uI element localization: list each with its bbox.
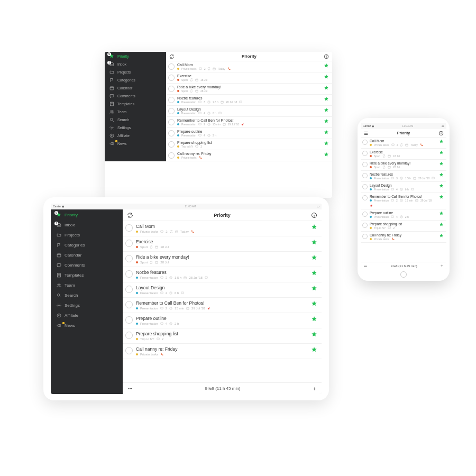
- task-row[interactable]: Prepare outlinePresentation42 h: [361, 209, 446, 221]
- sidebar-item-news[interactable]: News: [105, 140, 166, 148]
- task-row[interactable]: Nozbe featuresPresentation31.5 h28 Jul '…: [361, 171, 446, 182]
- task-checkbox[interactable]: [362, 151, 368, 156]
- task-checkbox[interactable]: [125, 286, 133, 293]
- sidebar-item-priority[interactable]: 9Priority: [105, 52, 166, 60]
- task-row[interactable]: Remember to Call Ben for Photos!Presenta…: [166, 117, 332, 128]
- priority-star-icon[interactable]: [311, 270, 317, 276]
- priority-star-icon[interactable]: [439, 222, 444, 227]
- task-checkbox[interactable]: [362, 223, 368, 228]
- refresh-icon[interactable]: [169, 54, 175, 59]
- sidebar-item-comments[interactable]: Comments: [51, 260, 123, 270]
- task-row[interactable]: Ride a bike every monday!Sport28 Jul: [361, 160, 446, 171]
- task-checkbox[interactable]: [168, 86, 175, 92]
- priority-star-icon[interactable]: [324, 74, 329, 79]
- task-row[interactable]: Call MomPrivate tasks2Today: [361, 138, 446, 149]
- info-icon[interactable]: [311, 212, 317, 218]
- task-row[interactable]: Layout DesignPresentation46 h: [361, 182, 446, 193]
- task-row[interactable]: Call nanny re: FridayPrivate tasks: [361, 232, 446, 243]
- priority-star-icon[interactable]: [324, 63, 329, 68]
- sidebar-item-priority[interactable]: 9Priority: [51, 209, 123, 220]
- task-checkbox[interactable]: [168, 75, 175, 81]
- sidebar-item-team[interactable]: Team: [51, 280, 123, 290]
- info-icon[interactable]: [438, 131, 444, 136]
- sidebar-item-categories[interactable]: Categories: [105, 76, 166, 84]
- task-row[interactable]: Nozbe featuresPresentation31.5 h28 Jul '…: [166, 95, 332, 106]
- task-row[interactable]: Call nanny re: FridayPrivate tasks: [123, 344, 322, 359]
- task-row[interactable]: Call MomPrivate tasks2Today: [123, 221, 322, 236]
- task-row[interactable]: Prepare shopping listTrip to NY2: [166, 139, 332, 150]
- task-checkbox[interactable]: [125, 347, 133, 354]
- task-row[interactable]: Prepare shopping listTrip to NY2: [361, 221, 446, 232]
- priority-star-icon[interactable]: [439, 139, 444, 144]
- sidebar-item-affiliate[interactable]: Affiliate: [105, 132, 166, 140]
- sidebar-item-affiliate[interactable]: Affiliate: [51, 310, 123, 321]
- sidebar-item-categories[interactable]: Categories: [51, 240, 123, 250]
- task-checkbox[interactable]: [168, 97, 175, 103]
- task-row[interactable]: Ride a bike every monday!Sport28 Jul: [166, 84, 332, 95]
- task-checkbox[interactable]: [362, 184, 368, 189]
- sidebar-item-projects[interactable]: Projects: [105, 68, 166, 76]
- priority-star-icon[interactable]: [439, 172, 444, 177]
- task-checkbox[interactable]: [168, 108, 175, 114]
- sidebar-item-team[interactable]: Team: [105, 108, 166, 116]
- more-icon[interactable]: •••: [364, 264, 367, 268]
- task-checkbox[interactable]: [125, 270, 133, 278]
- task-checkbox[interactable]: [362, 173, 368, 178]
- task-row[interactable]: Call nanny re: FridayPrivate tasks: [166, 150, 332, 161]
- task-checkbox[interactable]: [168, 119, 175, 125]
- sidebar-item-search[interactable]: Search: [51, 290, 123, 300]
- sidebar-item-templates[interactable]: Templates: [105, 100, 166, 108]
- priority-star-icon[interactable]: [311, 316, 317, 322]
- add-task-button[interactable]: +: [441, 263, 443, 269]
- task-row[interactable]: Remember to Call Ben for Photos!Presenta…: [361, 193, 446, 209]
- task-checkbox[interactable]: [362, 195, 368, 200]
- sidebar-item-calendar[interactable]: Calendar: [105, 84, 166, 92]
- task-row[interactable]: Nozbe featuresPresentation31.5 h28 Jul '…: [123, 267, 322, 282]
- priority-star-icon[interactable]: [439, 233, 444, 238]
- priority-star-icon[interactable]: [324, 107, 329, 113]
- task-checkbox[interactable]: [168, 63, 175, 70]
- sidebar-item-calendar[interactable]: Calendar: [51, 250, 123, 260]
- sidebar-item-comments[interactable]: Comments: [105, 92, 166, 100]
- task-checkbox[interactable]: [362, 162, 368, 167]
- sidebar-item-search[interactable]: Search: [105, 116, 166, 124]
- priority-star-icon[interactable]: [439, 150, 444, 155]
- task-row[interactable]: ExerciseSport18 Jul: [166, 72, 332, 84]
- task-row[interactable]: Ride a bike every monday!Sport28 Jul: [123, 252, 322, 267]
- task-row[interactable]: ExerciseSport18 Jul: [123, 236, 322, 252]
- priority-star-icon[interactable]: [324, 85, 329, 90]
- priority-star-icon[interactable]: [439, 211, 444, 216]
- menu-icon[interactable]: [363, 131, 369, 136]
- priority-star-icon[interactable]: [311, 300, 317, 307]
- task-checkbox[interactable]: [362, 140, 368, 145]
- task-checkbox[interactable]: [362, 234, 368, 239]
- task-checkbox[interactable]: [125, 332, 133, 339]
- sidebar-item-inbox[interactable]: 1Inbox: [105, 60, 166, 68]
- priority-star-icon[interactable]: [324, 152, 329, 157]
- task-checkbox[interactable]: [168, 130, 175, 136]
- priority-star-icon[interactable]: [311, 224, 317, 230]
- task-row[interactable]: Layout DesignPresentation46 h: [123, 282, 322, 298]
- sidebar-item-settings[interactable]: Settings: [51, 300, 123, 310]
- task-row[interactable]: Prepare shopping listTrip to NY2: [123, 328, 322, 344]
- task-checkbox[interactable]: [125, 316, 133, 324]
- info-icon[interactable]: [324, 54, 329, 59]
- task-row[interactable]: Layout DesignPresentation46 h: [166, 106, 332, 117]
- task-row[interactable]: ExerciseSport18 Jul: [361, 149, 446, 160]
- priority-star-icon[interactable]: [439, 184, 444, 188]
- priority-star-icon[interactable]: [311, 346, 317, 353]
- priority-star-icon[interactable]: [311, 254, 317, 261]
- priority-star-icon[interactable]: [439, 195, 444, 199]
- task-checkbox[interactable]: [125, 240, 133, 247]
- priority-star-icon[interactable]: [311, 331, 317, 337]
- sidebar-item-projects[interactable]: Projects: [51, 230, 123, 240]
- task-checkbox[interactable]: [168, 152, 175, 159]
- task-row[interactable]: Call MomPrivate tasks2Today: [166, 61, 332, 72]
- priority-star-icon[interactable]: [311, 285, 317, 291]
- sidebar-item-settings[interactable]: Settings: [105, 124, 166, 132]
- priority-star-icon[interactable]: [324, 118, 329, 124]
- refresh-icon[interactable]: [127, 212, 133, 218]
- task-row[interactable]: Remember to Call Ben for Photos!Presenta…: [123, 298, 322, 313]
- task-row[interactable]: Prepare outlinePresentation42 h: [166, 128, 332, 139]
- task-checkbox[interactable]: [125, 255, 133, 262]
